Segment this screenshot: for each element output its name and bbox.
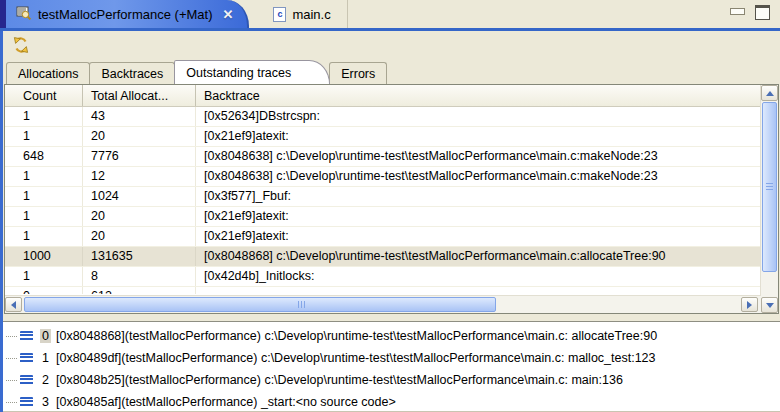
cell-backtrace: [0x42d4b]_Initlocks: — [196, 267, 761, 286]
column-header-backtrace[interactable]: Backtrace — [196, 85, 761, 106]
cell-total: 1024 — [83, 187, 196, 206]
cell-backtrace: [0x21ef9]atexit: — [196, 207, 761, 226]
table-row[interactable]: 1 20 [0x21ef9]atexit: — [5, 227, 761, 247]
scroll-left-button[interactable] — [5, 297, 22, 312]
horizontal-scrollbar[interactable] — [5, 295, 761, 313]
cell-count: 1 — [5, 127, 83, 146]
stack-frame-item[interactable]: 1 [0x80489df](testMallocPerformance) c:\… — [3, 347, 780, 369]
chevron-left-icon — [11, 301, 16, 309]
cell-count: 1 — [5, 227, 83, 246]
cell-backtrace: [0x8048638] c:\Develop\runtime-test\test… — [196, 167, 761, 186]
stack-frame-index: 0 — [40, 329, 51, 343]
refresh-icon[interactable] — [11, 35, 31, 55]
table-row[interactable]: 648 7776 [0x8048638] c:\Develop\runtime-… — [5, 147, 761, 167]
tree-connector — [6, 402, 17, 403]
trace-view-tabs: Allocations Backtraces Outstanding trace… — [3, 59, 780, 84]
stack-frame-index: 2 — [40, 373, 51, 387]
tree-connector — [6, 380, 17, 381]
cell-total: 20 — [83, 127, 196, 146]
cell-count: 0 — [5, 287, 83, 294]
stack-frame-icon — [20, 375, 33, 385]
table-body: 1 43 [0x52634]DBstrcspn: 1 20 [0x21ef9]a… — [5, 107, 761, 294]
column-header-count[interactable]: Count — [5, 85, 83, 106]
stack-frame-item[interactable]: 0 [0x8048868](testMallocPerformance) c:\… — [3, 325, 780, 347]
cell-total: 131635 — [83, 247, 196, 266]
chevron-up-icon — [766, 91, 774, 96]
cell-total: 20 — [83, 207, 196, 226]
cell-backtrace: [0x3f577]_Fbuf: — [196, 187, 761, 206]
cell-count: 1 — [5, 107, 83, 126]
cell-count: 1 — [5, 167, 83, 186]
table-header: Count Total Allocat... Backtrace — [5, 85, 761, 107]
view-toolbar — [3, 31, 780, 59]
vertical-scrollbar[interactable] — [760, 85, 778, 313]
cell-count: 648 — [5, 147, 83, 166]
vertical-scroll-thumb[interactable] — [762, 102, 777, 272]
table-row[interactable]: 1 8 [0x42d4b]_Initlocks: — [5, 267, 761, 287]
table-row[interactable]: 1 20 [0x21ef9]atexit: — [5, 207, 761, 227]
maximize-icon[interactable] — [755, 5, 770, 20]
tab-testmallocperformance[interactable]: testMallocPerformance (+Mat) ✕ — [6, 0, 249, 28]
stack-frame-text: [0x80485af](testMallocPerformance) _star… — [56, 395, 396, 409]
cell-total: 12 — [83, 167, 196, 186]
cell-count: 1 — [5, 267, 83, 286]
tab-backtraces[interactable]: Backtraces — [89, 62, 175, 84]
cell-total: 43 — [83, 107, 196, 126]
stack-frame-text: [0x8048868](testMallocPerformance) c:\De… — [56, 329, 657, 343]
splitter-sash[interactable] — [3, 314, 780, 318]
minimize-icon[interactable] — [730, 8, 745, 15]
table-row[interactable]: 1 20 [0x21ef9]atexit: — [5, 127, 761, 147]
stack-frame-text: [0x80489df](testMallocPerformance) c:\De… — [56, 351, 656, 365]
table-row-selected[interactable]: 1000 131635 [0x8048868] c:\Develop\runti… — [5, 247, 761, 267]
stack-frame-text: [0x8048b25](testMallocPerformance) c:\De… — [56, 373, 623, 387]
horizontal-scroll-thumb[interactable] — [24, 297, 496, 312]
chevron-right-icon — [747, 301, 752, 309]
cell-count: 1 — [5, 207, 83, 226]
tree-connector — [6, 358, 17, 359]
table-row[interactable]: 0 612 — [5, 287, 761, 294]
cell-count: 1000 — [5, 247, 83, 266]
cell-backtrace: [0x52634]DBstrcspn: — [196, 107, 761, 126]
cell-backtrace: [0x8048868] c:\Develop\runtime-test\test… — [196, 247, 761, 266]
cell-backtrace: [0x21ef9]atexit: — [196, 227, 761, 246]
stack-frame-item[interactable]: 2 [0x8048b25](testMallocPerformance) c:\… — [3, 369, 780, 391]
cell-total: 612 — [83, 287, 196, 294]
cell-total: 7776 — [83, 147, 196, 166]
c-file-icon: c — [273, 7, 286, 22]
scroll-right-button[interactable] — [741, 297, 758, 312]
cell-backtrace — [196, 287, 761, 294]
tab-main-c[interactable]: c main.c — [263, 0, 347, 28]
table-row[interactable]: 1 1024 [0x3f577]_Fbuf: — [5, 187, 761, 207]
main-c-tab-label: main.c — [292, 7, 330, 22]
cell-backtrace: [0x21ef9]atexit: — [196, 127, 761, 146]
tab-outstanding-traces[interactable]: Outstanding traces — [174, 60, 330, 84]
close-icon[interactable]: ✕ — [222, 7, 233, 22]
stack-frame-index: 1 — [40, 351, 51, 365]
malloc-view-icon — [16, 5, 32, 24]
table-row[interactable]: 1 12 [0x8048638] c:\Develop\runtime-test… — [5, 167, 761, 187]
stack-frame-icon — [20, 397, 33, 407]
stack-frame-item[interactable]: 3 [0x80485af](testMallocPerformance) _st… — [3, 391, 780, 412]
backtrace-stack-panel: 0 [0x8048868](testMallocPerformance) c:\… — [3, 321, 780, 412]
tab-errors[interactable]: Errors — [329, 62, 387, 84]
cell-total: 20 — [83, 227, 196, 246]
outstanding-traces-table: Count Total Allocat... Backtrace 1 43 [0… — [4, 84, 779, 314]
active-tab-label: testMallocPerformance (+Mat) — [38, 7, 212, 22]
column-header-total-allocated[interactable]: Total Allocat... — [83, 85, 196, 106]
table-row[interactable]: 1 43 [0x52634]DBstrcspn: — [5, 107, 761, 127]
stack-frame-index: 3 — [40, 395, 51, 409]
malloc-view-content: Allocations Backtraces Outstanding trace… — [0, 31, 780, 412]
editor-tab-bar: testMallocPerformance (+Mat) ✕ c main.c — [0, 0, 780, 28]
stack-frame-icon — [20, 331, 33, 341]
tab-allocations[interactable]: Allocations — [6, 62, 90, 84]
cell-count: 1 — [5, 187, 83, 206]
chevron-down-icon — [766, 303, 774, 308]
window-buttons — [730, 0, 780, 28]
cell-total: 8 — [83, 267, 196, 286]
tree-connector — [6, 336, 17, 337]
stack-frame-icon — [20, 353, 33, 363]
scroll-down-button[interactable] — [761, 297, 778, 313]
cell-backtrace: [0x8048638] c:\Develop\runtime-test\test… — [196, 147, 761, 166]
scroll-up-button[interactable] — [761, 85, 778, 101]
